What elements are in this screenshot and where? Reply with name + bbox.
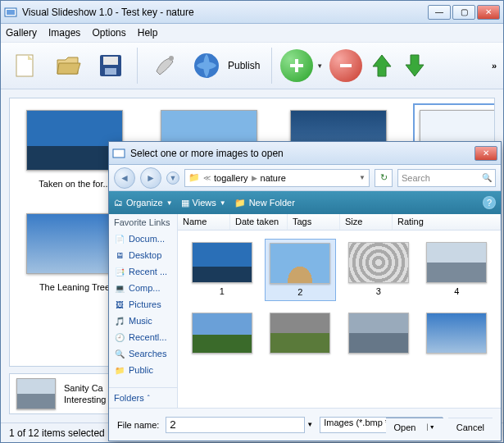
filename-dropdown-icon[interactable]: ▼ (306, 421, 313, 428)
file-thumb[interactable]: 3 (343, 239, 415, 301)
close-button[interactable]: ✕ (477, 5, 500, 20)
move-down-button[interactable] (402, 49, 428, 82)
detail-line2: Interesting (64, 394, 106, 405)
sidebar-label: Searches (129, 349, 166, 359)
sidebar-folders-toggle[interactable]: Foldersˆ (109, 387, 177, 408)
file-thumb[interactable] (421, 309, 493, 360)
sidebar-label: Recent ... (129, 267, 167, 276)
dialog-title: Select one or more images to open (130, 148, 474, 159)
detail-thumb (16, 378, 56, 409)
publish-button[interactable] (188, 48, 225, 84)
nav-history-button[interactable]: ▼ (166, 171, 179, 185)
sidebar-label: Recentl... (129, 332, 166, 342)
open-button[interactable]: Open│▼ (386, 418, 443, 436)
sidebar-item-desktop[interactable]: 🖥Desktop (109, 247, 177, 263)
file-label: 4 (454, 286, 459, 296)
col-name[interactable]: Name (178, 214, 230, 230)
chevron-right-icon: ▶ (252, 174, 257, 182)
move-up-button[interactable] (369, 49, 395, 82)
sidebar: Favorite Links 📄Docum... 🖥Desktop 📑Recen… (109, 214, 178, 408)
add-button[interactable] (280, 49, 313, 82)
search-icon: 🔍 (114, 348, 125, 359)
file-thumb-selected[interactable]: 2 (265, 239, 337, 301)
menu-options[interactable]: Options (92, 27, 125, 39)
file-image (426, 242, 487, 283)
save-button[interactable] (93, 48, 129, 84)
organize-button[interactable]: 🗂Organize▼ (114, 198, 173, 208)
file-list-area: Name Date taken Tags Size Rating 1 2 3 4 (178, 214, 501, 408)
music-icon: 🎵 (114, 315, 125, 327)
file-image (348, 242, 409, 283)
menu-gallery[interactable]: Gallery (6, 27, 37, 39)
sidebar-item-recent[interactable]: 📑Recent ... (109, 263, 177, 280)
app-icon (4, 6, 17, 19)
filename-input[interactable] (166, 417, 305, 433)
sidebar-header: Favorite Links (109, 214, 177, 231)
svg-rect-14 (113, 149, 125, 158)
file-thumb[interactable]: 1 (186, 239, 258, 301)
search-input[interactable]: Search (397, 169, 496, 187)
file-image (270, 313, 330, 354)
breadcrumb[interactable]: 📁 ≪ togallery ▶ nature ▼ (184, 169, 370, 187)
breadcrumb-seg[interactable]: nature (261, 173, 286, 183)
remove-button[interactable] (329, 49, 362, 82)
new-button[interactable] (7, 48, 43, 84)
breadcrumb-seg[interactable]: togallery (214, 173, 248, 183)
detail-line1: Sanity Ca (64, 382, 106, 394)
organize-label: Organize (126, 198, 163, 208)
maximize-button[interactable]: ▢ (452, 5, 475, 20)
filename-label: File name: (117, 420, 159, 430)
breadcrumb-sep-icon: ≪ (203, 174, 211, 182)
document-icon: 📄 (114, 233, 125, 244)
sidebar-item-public[interactable]: 📁Public (109, 362, 177, 378)
open-label: Open (394, 422, 416, 432)
views-icon: ▦ (181, 198, 189, 208)
sidebar-label: Comp... (129, 283, 161, 293)
settings-button[interactable] (146, 48, 182, 84)
svg-point-7 (169, 56, 174, 61)
folder-icon: 📁 (114, 364, 125, 376)
col-size[interactable]: Size (340, 214, 393, 230)
chevron-down-icon: ▼ (166, 199, 173, 207)
refresh-button[interactable]: ↻ (375, 169, 393, 187)
col-date[interactable]: Date taken (230, 214, 288, 230)
split-icon: │▼ (425, 424, 434, 430)
sidebar-item-searches[interactable]: 🔍Searches (109, 345, 177, 362)
file-thumb[interactable]: 4 (421, 239, 493, 301)
views-label: Views (193, 198, 216, 208)
col-tags[interactable]: Tags (288, 214, 340, 230)
cancel-button[interactable]: Cancel (448, 418, 493, 436)
minimize-button[interactable]: — (428, 5, 451, 20)
nav-back-button[interactable]: ◄ (114, 167, 135, 189)
menu-help[interactable]: Help (138, 27, 158, 39)
col-rating[interactable]: Rating (393, 214, 501, 230)
breadcrumb-dropdown-icon[interactable]: ▼ (359, 174, 366, 181)
search-placeholder: Search (402, 173, 430, 183)
file-thumb[interactable] (343, 309, 415, 360)
file-thumb[interactable] (186, 309, 258, 360)
sidebar-item-computer[interactable]: 💻Comp... (109, 280, 177, 296)
folder-icon: 📁 (188, 172, 200, 183)
open-button[interactable] (50, 48, 86, 84)
recent-icon: 🕘 (114, 331, 125, 343)
file-image (348, 313, 409, 354)
toolbar-separator (137, 48, 138, 84)
file-thumb[interactable] (265, 309, 337, 360)
sidebar-item-recently[interactable]: 🕘Recentl... (109, 329, 177, 345)
menu-images[interactable]: Images (48, 27, 80, 39)
add-dropdown-icon[interactable]: ▼ (316, 62, 323, 70)
sidebar-label: Public (129, 365, 153, 375)
sidebar-item-music[interactable]: 🎵Music (109, 313, 177, 329)
help-button[interactable]: ? (483, 196, 496, 209)
sidebar-item-documents[interactable]: 📄Docum... (109, 231, 177, 247)
nav-forward-button[interactable]: ► (140, 167, 161, 189)
toolbar-overflow-icon[interactable]: » (492, 61, 497, 71)
svg-rect-6 (105, 68, 116, 75)
svg-marker-12 (373, 55, 391, 76)
newfolder-button[interactable]: 📁New Folder (234, 198, 295, 208)
folders-label: Folders (114, 393, 144, 403)
dialog-close-button[interactable]: ✕ (474, 146, 497, 161)
views-button[interactable]: ▦Views▼ (181, 198, 226, 208)
sidebar-item-pictures[interactable]: 🖼Pictures (109, 296, 177, 313)
dialog-toolbar: 🗂Organize▼ ▦Views▼ 📁New Folder ? (109, 191, 501, 214)
